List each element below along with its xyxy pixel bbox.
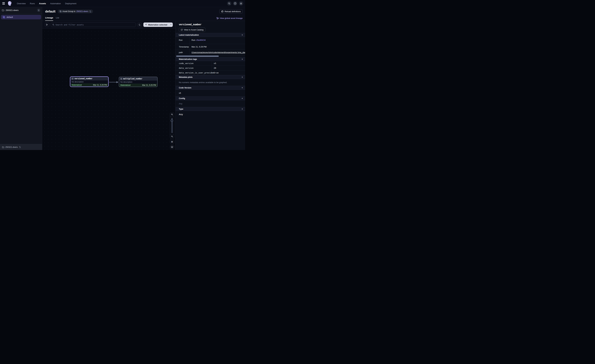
tab-lineage[interactable]: Lineage — [45, 17, 53, 21]
badge-repo-link[interactable]: 250321-dvers — [76, 10, 88, 13]
asset-node-description: No description — [120, 81, 132, 83]
sidebar-repo-row[interactable]: 250321-dvers 1 — [0, 7, 42, 14]
refresh-icon[interactable] — [89, 10, 91, 13]
section-config[interactable]: Config ▼ — [176, 96, 245, 100]
tag-value: v5 — [212, 62, 245, 64]
chevron-down-icon: ▼ — [241, 98, 243, 99]
materialize-main[interactable]: Materialize selected — [143, 24, 169, 26]
scrollbar-thumb[interactable] — [176, 56, 219, 57]
dagster-logo-icon — [7, 1, 12, 6]
help-button[interactable]: ? — [233, 1, 237, 6]
hamburger-menu-icon[interactable] — [2, 1, 6, 6]
asset-search-box — [51, 22, 136, 27]
nav-actions: ? ⚙ — [227, 1, 243, 6]
chevron-down-icon: ▼ — [241, 58, 243, 60]
folder-icon — [2, 146, 4, 148]
lineage-edge-arrow — [109, 81, 119, 84]
view-in-asset-catalog-button[interactable]: View in Asset Catalog — [179, 28, 205, 32]
asset-detail-panel: versioned_number View in Asset Catalog L… — [175, 21, 245, 150]
search-icon — [52, 24, 54, 26]
row-key: Run — [176, 37, 190, 44]
dagster-app: Overview Runs Assets Automation Deployme… — [0, 0, 245, 150]
row-key: Timestamp — [176, 44, 190, 49]
asset-node-timestamp: Mar 21, 5:29 PM — [93, 84, 107, 86]
materialize-dropdown-button[interactable]: ▼ — [169, 22, 173, 27]
external-link-icon — [181, 29, 183, 31]
asset-node-name: versioned_number — [74, 77, 92, 80]
table-row-path: path /Users/smackesey/stm/code/elementl/… — [176, 50, 245, 55]
table-icon — [72, 78, 73, 79]
section-type[interactable]: Type ▼ — [176, 107, 245, 111]
run-id-link[interactable]: c9a40434 — [196, 39, 205, 41]
page-title: default — [45, 10, 56, 13]
view-global-lineage-link[interactable]: View global asset lineage — [217, 17, 243, 19]
asset-node-description: No description — [72, 81, 84, 83]
asset-node-multiplied-number[interactable]: multiplied_number No description Materia… — [119, 77, 158, 87]
asset-node-status: Materialized — [120, 84, 131, 86]
section-title: Type — [179, 108, 183, 110]
asset-node-versioned-number[interactable]: versioned_number No description Material… — [70, 76, 109, 87]
reload-definitions-button[interactable]: Reload definitions — [219, 9, 243, 14]
section-title: Config — [179, 97, 185, 99]
nav-overview[interactable]: Overview — [17, 2, 26, 5]
zoom-slider-knob[interactable] — [171, 119, 173, 122]
row-key: path — [176, 50, 190, 55]
zoom-in-icon — [171, 113, 173, 116]
table-row-timestamp: Timestamp Mar 21, 5:29 PM — [176, 44, 245, 50]
table-row-tag: code_version v5 — [176, 61, 245, 66]
folder-icon — [2, 9, 4, 11]
nav-links: Overview Runs Assets Automation Deployme… — [17, 2, 76, 5]
section-title: Code Version — [179, 87, 191, 89]
sidebar-item-default-group[interactable]: default — [1, 15, 41, 19]
chevron-down-icon: ▼ — [241, 76, 243, 78]
graph-settings-button[interactable]: ⚙ — [170, 140, 174, 144]
search-input[interactable] — [56, 24, 134, 26]
table-icon — [120, 78, 122, 80]
view-in-asset-catalog-label: View in Asset Catalog — [184, 28, 204, 31]
reload-definitions-icon — [221, 10, 224, 13]
lineage-graph-area: Materialize selected ▼ versioned_number — [42, 21, 175, 150]
search-button[interactable] — [227, 1, 231, 6]
view-tabs: Lineage List — [45, 17, 59, 21]
panel-asset-title: versioned_number — [179, 23, 242, 26]
path-link[interactable]: /Users/smackesey/stm/code/elementl/exper… — [191, 51, 245, 54]
refresh-icon[interactable] — [19, 146, 21, 148]
sparkle-icon — [145, 24, 147, 26]
tag-key: data_version — [176, 66, 212, 70]
nav-assets[interactable]: Assets — [39, 2, 46, 5]
nav-automation[interactable]: Automation — [50, 2, 61, 5]
sidebar-footer[interactable]: 250321-dvers — [0, 144, 42, 150]
tab-list[interactable]: List — [56, 17, 59, 21]
asset-group-badge: Asset Group in 250321-dvers — [58, 9, 93, 13]
search-icon — [228, 2, 230, 5]
panel-open-icon — [46, 24, 48, 26]
section-code-version[interactable]: Code Version ▼ — [176, 86, 245, 90]
section-metadata-plots[interactable]: Metadata plots ▼ — [176, 75, 245, 79]
top-nav: Overview Runs Assets Automation Deployme… — [0, 0, 245, 7]
refresh-graph-button[interactable] — [137, 22, 142, 27]
section-latest-materialization[interactable]: Latest materialization ▼ — [176, 33, 245, 37]
asset-node-name: multiplied_number — [123, 78, 142, 80]
zoom-in-button[interactable] — [170, 112, 174, 117]
section-title: Materialization tags — [179, 58, 197, 60]
section-title: Latest materialization — [179, 34, 199, 36]
zoom-out-icon — [171, 135, 173, 138]
section-materialization-tags[interactable]: Materialization tags ▼ — [176, 57, 245, 61]
svg-text:?: ? — [235, 3, 235, 4]
lineage-graph-icon — [217, 17, 219, 19]
materialize-selected-button[interactable]: Materialize selected ▼ — [143, 22, 173, 27]
nav-runs[interactable]: Runs — [30, 2, 35, 5]
download-graph-button[interactable] — [170, 145, 174, 149]
materialization-tags-table: code_version v5 data_version 20 data_ver… — [176, 61, 245, 75]
settings-button[interactable]: ⚙ — [239, 1, 243, 6]
toggle-sidebar-button[interactable] — [45, 22, 49, 27]
asset-node-status: Materialized — [72, 84, 82, 86]
badge-label: Asset Group in — [63, 10, 76, 13]
metadata-plots-empty-text: No numeric metadata entries available to… — [176, 79, 245, 86]
zoom-slider[interactable] — [170, 117, 174, 134]
zoom-out-button[interactable] — [170, 134, 174, 138]
nav-deployment[interactable]: Deployment — [65, 2, 76, 5]
lineage-canvas[interactable]: versioned_number No description Material… — [42, 28, 175, 150]
zoom-controls — [170, 112, 174, 139]
asset-group-icon — [59, 10, 62, 13]
